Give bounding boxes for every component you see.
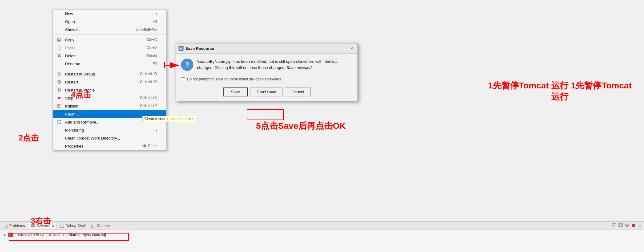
- copy-icon: [56, 37, 62, 43]
- svg-rect-20: [4, 224, 8, 228]
- dialog-title-bar: S Save Resource ✕: [176, 43, 357, 54]
- dialog-content: ? 'searchByName.jsp' has been modified, …: [176, 54, 357, 76]
- svg-rect-34: [632, 224, 635, 227]
- restart-profile-icon: [56, 87, 62, 93]
- restart-icon: [56, 79, 62, 85]
- arrow-annotation: [163, 59, 181, 72]
- console-icon: ≡: [91, 224, 95, 228]
- save-resource-dialog: S Save Resource ✕ ? 'searchByName.jsp' h…: [176, 43, 358, 101]
- pin-icon[interactable]: [624, 222, 630, 228]
- expand-arrow[interactable]: ▶: [4, 233, 6, 237]
- context-menu: New › Open F3 Show In Alt+Shift+W › Copy…: [52, 9, 167, 150]
- menu-item-delete[interactable]: ✕ Delete Delete: [53, 52, 166, 60]
- paste-icon: [56, 45, 62, 51]
- menu-item-rename[interactable]: Rename F2: [53, 60, 166, 68]
- svg-rect-3: [59, 46, 60, 47]
- question-icon: ?: [181, 59, 193, 71]
- svg-point-35: [640, 224, 641, 225]
- menu-item-restart-profile[interactable]: Restart in Profile: [53, 86, 166, 94]
- save-button[interactable]: Save: [223, 87, 248, 96]
- dialog-buttons: Save Don't Save Cancel: [176, 85, 357, 101]
- problems-icon: !: [4, 224, 8, 228]
- svg-rect-2: [58, 47, 60, 50]
- menu-item-restart-debug[interactable]: Restart in Debug Ctrl+Alt+D: [53, 70, 166, 78]
- debug-shell-icon: >_: [60, 224, 64, 228]
- arrow-icon-monitoring: ›: [156, 128, 157, 132]
- save-button-highlight: [247, 109, 284, 120]
- minimize-icon[interactable]: [611, 222, 617, 228]
- tab-problems[interactable]: ! Problems: [1, 223, 27, 229]
- annotation-step2: 2点击: [19, 132, 39, 143]
- servers-tab-close[interactable]: ✕: [52, 224, 54, 228]
- add-remove-icon: +: [56, 119, 62, 125]
- delete-icon: ✕: [56, 53, 62, 59]
- svg-point-37: [640, 226, 641, 227]
- svg-rect-31: [619, 224, 622, 226]
- annotation-step5: 5点击Save后再点击OK: [256, 120, 346, 132]
- menu-item-properties[interactable]: Properties Alt+Enter: [53, 142, 166, 150]
- svg-text:+: +: [58, 120, 60, 124]
- svg-rect-1: [58, 38, 61, 41]
- more-options-icon[interactable]: [637, 222, 643, 228]
- no-prompt-label: Do not prompt to save on close when stil…: [187, 77, 282, 81]
- console-tab-label: Console: [97, 224, 110, 228]
- arrow-icon-showin: ›: [156, 27, 157, 32]
- menu-item-new[interactable]: New ›: [53, 10, 166, 18]
- svg-text:T: T: [9, 234, 11, 237]
- bottom-panel: ! Problems Servers ✕ >_ Debug Shell ≡ C: [0, 221, 644, 252]
- menu-item-stop[interactable]: Stop Ctrl+Alt+S: [53, 94, 166, 102]
- maximize-icon[interactable]: [618, 222, 623, 228]
- menu-item-copy[interactable]: Copy Ctrl+C: [53, 36, 166, 44]
- tomcat-icon: T: [8, 232, 13, 237]
- menu-item-show-in[interactable]: Show In Alt+Shift+W ›: [53, 26, 166, 34]
- server-label: Tomcat v9.0 Server at localhost [Started…: [15, 233, 106, 237]
- menu-item-monitoring[interactable]: Monitoring ›: [53, 126, 166, 134]
- server-row[interactable]: ▶ T Tomcat v9.0 Server at localhost [Sta…: [2, 231, 642, 238]
- dialog-title: Save Resource: [185, 46, 349, 51]
- annotation-step1: 1先暂停Tomcat 运行 1先暂停Tomcat运行: [488, 80, 632, 103]
- dialog-close-button[interactable]: ✕: [349, 45, 355, 51]
- annotation-step4: 4点击: [71, 89, 91, 100]
- separator-1: [53, 35, 166, 35]
- svg-point-33: [626, 225, 628, 226]
- separator-2: [53, 69, 166, 69]
- svg-rect-8: [58, 97, 60, 99]
- bottom-tabs: ! Problems Servers ✕ >_ Debug Shell ≡ C: [0, 222, 644, 230]
- menu-item-publish[interactable]: Publish Ctrl+Alt+P: [53, 102, 166, 110]
- problems-tab-label: Problems: [9, 224, 25, 228]
- menu-item-restart[interactable]: Restart Ctrl+Alt+R: [53, 78, 166, 86]
- no-prompt-checkbox[interactable]: [181, 77, 185, 81]
- dont-save-button[interactable]: Don't Save: [250, 87, 283, 96]
- svg-point-36: [640, 225, 641, 226]
- restart-debug-icon: [56, 71, 62, 77]
- stop-server-icon[interactable]: [631, 222, 636, 228]
- bottom-toolbar: [611, 222, 643, 228]
- publish-icon: [56, 103, 62, 109]
- cancel-button[interactable]: Cancel: [285, 87, 310, 96]
- debug-shell-tab-label: Debug Shell: [65, 224, 85, 228]
- panel-content: ▶ T Tomcat v9.0 Server at localhost [Sta…: [0, 230, 644, 240]
- dialog-title-icon: S: [179, 46, 184, 51]
- annotation-step3: 3右击: [31, 216, 51, 226]
- svg-text:S: S: [180, 47, 182, 50]
- dialog-message: 'searchByName.jsp' has been modified, bu…: [197, 59, 353, 71]
- arrow-icon: ›: [156, 11, 157, 16]
- menu-item-open[interactable]: Open F3: [53, 18, 166, 26]
- menu-item-clean-tomcat[interactable]: Clean Tomcat Work Directory...: [53, 134, 166, 142]
- menu-item-paste[interactable]: Paste Ctrl+V: [53, 44, 166, 52]
- tab-console[interactable]: ≡ Console: [89, 223, 113, 229]
- stop-icon: [56, 95, 62, 101]
- svg-text:!: !: [5, 225, 6, 228]
- svg-text:>_: >_: [60, 225, 64, 228]
- clean-tooltip: Clean resources on the server: [142, 116, 196, 122]
- tab-debug-shell[interactable]: >_ Debug Shell: [57, 223, 88, 229]
- svg-text:≡: ≡: [92, 225, 93, 228]
- dialog-checkbox-row: Do not prompt to save on close when stil…: [176, 76, 357, 85]
